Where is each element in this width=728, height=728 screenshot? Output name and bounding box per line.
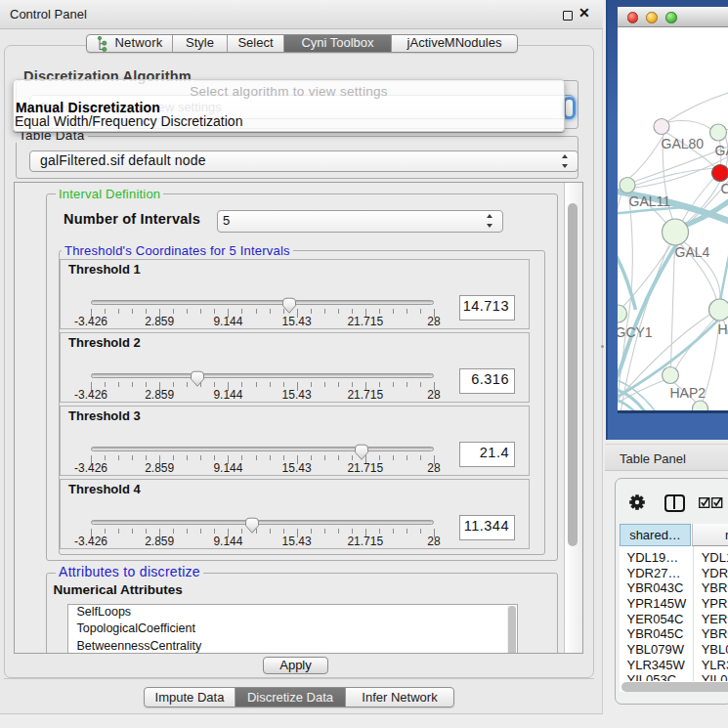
svg-text:GA: GA bbox=[714, 143, 728, 158]
svg-text:C: C bbox=[720, 181, 728, 196]
svg-text:GAL11: GAL11 bbox=[628, 193, 670, 209]
svg-text:GAL4: GAL4 bbox=[674, 244, 709, 260]
svg-text:GCY1: GCY1 bbox=[618, 324, 653, 340]
svg-text:GAL80: GAL80 bbox=[661, 136, 704, 151]
svg-text:HA: HA bbox=[717, 321, 728, 337]
svg-text:HAP2: HAP2 bbox=[669, 385, 706, 401]
